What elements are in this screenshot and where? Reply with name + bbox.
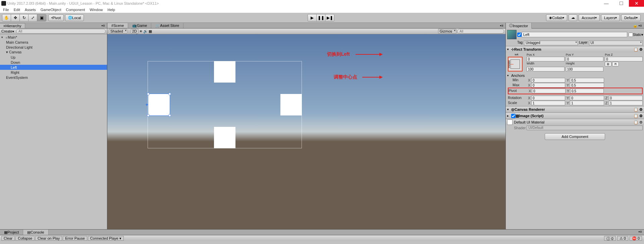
anchor-gizmo-icon[interactable]: ✦ (145, 102, 149, 107)
down-object[interactable] (214, 127, 235, 148)
image-enabled-checkbox[interactable] (511, 114, 516, 118)
anchor-min-y-input[interactable] (570, 78, 604, 83)
rotation-z-input[interactable] (609, 96, 643, 100)
inspector-options-icon[interactable]: 🔒 ▪≡ (631, 23, 644, 28)
shader-dropdown[interactable]: UI/Default (527, 126, 643, 130)
scene-viewport[interactable]: ✦ (107, 34, 505, 229)
anchor-preset-button[interactable]: middle (508, 57, 523, 71)
gameobject-name-input[interactable] (522, 32, 627, 37)
canvas-renderer-header[interactable]: ▾◎ Canvas Renderer📋 ⚙ (506, 106, 644, 112)
image-header[interactable]: ▸▨ Image (Script)📋 ⚙ (506, 113, 644, 119)
console-tab[interactable]: ▤ Console (23, 230, 48, 235)
tree-item[interactable]: Directional Light (0, 45, 107, 50)
menu-help[interactable]: Help (105, 8, 117, 12)
tree-scene-root[interactable]: ▾⬦ Main* (0, 35, 107, 40)
pivot-toggle[interactable]: ▪ Pivot (48, 14, 64, 21)
right-object[interactable] (280, 94, 302, 115)
tree-item[interactable]: Up (0, 55, 107, 60)
menu-assets[interactable]: Assets (22, 8, 38, 12)
rect-tool[interactable]: ▣ (37, 14, 46, 21)
static-checkbox[interactable] (629, 33, 633, 37)
raw-edit-button[interactable]: R (612, 62, 619, 66)
blueprint-mode-button[interactable]: ⊞ (605, 62, 611, 66)
anchor-min-x-input[interactable] (531, 78, 565, 83)
menu-file[interactable]: File (1, 8, 11, 12)
layers-dropdown[interactable]: Layers ▾ (601, 14, 620, 21)
lighting-toggle[interactable]: ☀ (139, 29, 143, 34)
clear-button[interactable]: Clear (1, 236, 15, 241)
close-button[interactable]: ✕ (629, 0, 644, 7)
inspector-tab[interactable]: ⓘ Inspector (506, 22, 532, 29)
play-button[interactable]: ▶ (308, 14, 317, 21)
scene-panel-options-icon[interactable]: ▪≡ (498, 23, 505, 28)
asset-store-tab[interactable]: 🛒 Asset Store (151, 23, 183, 28)
gizmos-dropdown[interactable]: Gizmos (438, 29, 457, 34)
warning-count[interactable]: ⚠ 0 (617, 236, 628, 241)
step-button[interactable]: ▶❚ (325, 14, 334, 21)
pos-y-input[interactable] (566, 57, 604, 61)
tree-item[interactable]: ▾ Canvas (0, 50, 107, 55)
bottom-panel-options-icon[interactable]: ▪≡ (637, 230, 644, 235)
clear-on-play-button[interactable]: Clear on Play (35, 236, 62, 241)
scene-tab[interactable]: # Scene (107, 23, 128, 28)
tag-dropdown[interactable]: Untagged (524, 41, 578, 45)
rotation-x-input[interactable] (531, 96, 565, 100)
menu-component[interactable]: Component (63, 8, 87, 12)
fx-toggle[interactable]: ▦ (149, 29, 152, 34)
project-tab[interactable]: ▦ Project (0, 230, 23, 235)
mode-2d-toggle[interactable]: 2D (130, 29, 139, 34)
pos-x-input[interactable] (527, 57, 565, 61)
height-input[interactable] (566, 67, 604, 71)
gameobject-icon[interactable] (507, 30, 517, 39)
gameobject-active-checkbox[interactable] (517, 33, 522, 37)
collapse-button[interactable]: Collapse (15, 236, 35, 241)
width-input[interactable] (527, 67, 565, 71)
tree-item[interactable]: Right (0, 70, 107, 75)
pause-button[interactable]: ❚❚ (317, 14, 325, 21)
layout-dropdown[interactable]: Default ▾ (621, 14, 641, 21)
tree-item[interactable]: EventSystem (0, 75, 107, 80)
pos-z-input[interactable] (605, 57, 643, 61)
add-component-button[interactable]: Add Component (545, 133, 605, 140)
scale-z-input[interactable] (609, 101, 643, 105)
menu-edit[interactable]: Edit (11, 8, 22, 12)
pivot-y-input[interactable] (570, 89, 604, 93)
tree-item[interactable]: Down (0, 60, 107, 65)
rect-transform-header[interactable]: ▾⊹ Rect Transform 📋 ⚙ (506, 46, 644, 52)
anchor-max-y-input[interactable] (570, 83, 604, 88)
move-tool[interactable]: ✥ (11, 14, 20, 21)
tree-item[interactable]: Main Camera (0, 40, 107, 45)
rect-handle-bl[interactable] (147, 114, 150, 117)
account-dropdown[interactable]: Account ▾ (579, 14, 600, 21)
tree-item[interactable]: Left (0, 65, 107, 70)
scene-search-input[interactable] (457, 29, 504, 34)
audio-toggle[interactable]: 🔊 (143, 29, 148, 34)
scale-y-input[interactable] (570, 101, 604, 105)
connected-player-button[interactable]: Connected Playe ▾ (88, 236, 124, 241)
rotate-tool[interactable]: ↻ (20, 14, 29, 21)
pivot-x-input[interactable] (532, 89, 566, 93)
scale-x-input[interactable] (531, 101, 565, 105)
panel-options-icon[interactable]: ▪≡ (100, 23, 107, 28)
game-tab[interactable]: 📺 Game (128, 23, 151, 28)
collab-dropdown[interactable]: ◉ Collab ▾ (546, 14, 567, 21)
minimize-button[interactable]: — (599, 0, 614, 7)
local-toggle[interactable]: 🌐 Local (65, 14, 84, 21)
rect-handle-br[interactable] (168, 114, 171, 117)
cloud-button[interactable]: ☁ (569, 14, 577, 21)
layer-dropdown[interactable]: UI (589, 41, 643, 45)
up-object[interactable] (214, 61, 235, 83)
hierarchy-tab[interactable]: ≡ Hierarchy (0, 23, 25, 28)
rect-handle-tr[interactable] (168, 93, 171, 95)
rect-handle-tl[interactable] (147, 93, 150, 95)
rotation-y-input[interactable] (570, 96, 604, 100)
hand-tool[interactable]: ✋ (2, 14, 11, 21)
anchor-max-x-input[interactable] (531, 83, 565, 88)
shading-mode-dropdown[interactable]: Shaded (109, 29, 127, 34)
material-header[interactable]: Default UI Material📋 ⚙ (506, 119, 644, 125)
error-pause-button[interactable]: Error Pause (63, 236, 87, 241)
scale-tool[interactable]: ⤢ (29, 14, 37, 21)
error-count[interactable]: ⛔ 0 (630, 236, 642, 241)
info-count[interactable]: ⓘ 0 (604, 236, 615, 241)
maximize-button[interactable]: ☐ (614, 0, 629, 7)
